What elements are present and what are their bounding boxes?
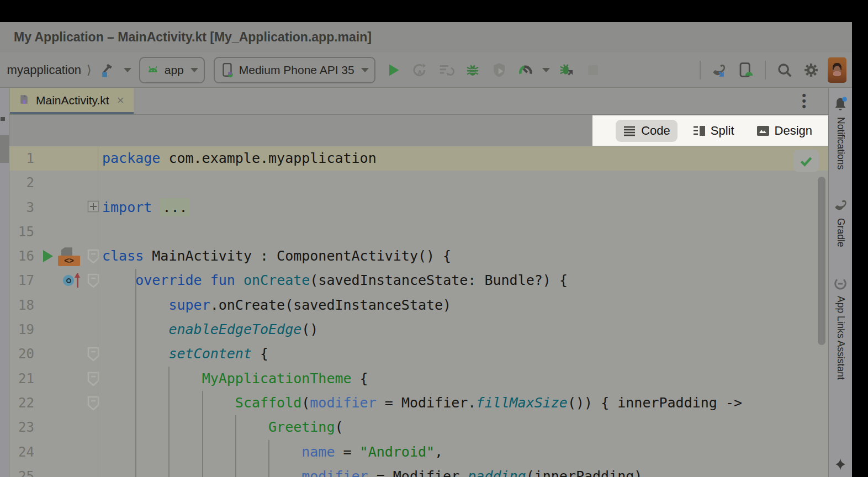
breadcrumb-chevron-icon: ⟩	[0, 63, 1, 77]
attach-debugger-icon[interactable]	[557, 61, 576, 80]
code-line-3[interactable]: 3import ...	[9, 195, 828, 220]
gutter: 1	[9, 146, 98, 171]
code-text[interactable]: super.onCreate(savedInstanceState)	[102, 293, 451, 317]
tool-stripe-selected[interactable]	[0, 135, 9, 163]
profile-app-icon[interactable]	[490, 61, 509, 80]
overriding-method-icon[interactable]	[63, 273, 87, 289]
tool-stripe-mark[interactable]	[1, 117, 5, 121]
indent-guide	[135, 269, 136, 477]
code-line-24[interactable]: 24 name = "Android",	[9, 440, 828, 464]
debug-bug-icon[interactable]	[463, 61, 482, 80]
editor-options-kebab-icon[interactable]: •••	[802, 93, 806, 109]
split-view-icon	[692, 125, 706, 136]
build-dropdown-caret-icon[interactable]	[124, 68, 131, 72]
sidebar-item-notifications[interactable]: Notifications	[832, 96, 849, 169]
tab-close-icon[interactable]: ×	[117, 93, 124, 108]
code-text[interactable]: Greeting(	[102, 415, 343, 439]
editor-scrollbar[interactable]	[818, 177, 825, 345]
view-mode-code-button[interactable]: Code	[616, 120, 678, 142]
code-line-1[interactable]: 1package com.example.myapplication	[9, 146, 828, 171]
device-select[interactable]: Medium Phone API 35	[214, 57, 375, 83]
code-line-19[interactable]: 19 enableEdgeToEdge()	[9, 317, 828, 342]
build-hammer-icon[interactable]	[98, 61, 117, 80]
gutter: 15	[9, 220, 98, 244]
gutter: 3	[9, 195, 98, 220]
sidebar-item-app-links[interactable]: App Links Assistant	[833, 276, 848, 380]
android-head-icon	[146, 63, 160, 77]
code-line-25[interactable]: 25 modifier = Modifier.padding(innerPadd…	[9, 464, 828, 477]
split-view-label: Split	[711, 124, 734, 138]
view-mode-design-button[interactable]: Design	[749, 120, 819, 142]
code-editor[interactable]: 1package com.example.myapplication23impo…	[9, 146, 828, 477]
code-line-18[interactable]: 18 super.onCreate(savedInstanceState)	[9, 293, 828, 317]
code-text[interactable]: override fun onCreate(savedInstanceState…	[102, 268, 568, 293]
code-text[interactable]: package com.example.myapplication	[102, 146, 377, 171]
toolbar-separator	[765, 61, 766, 80]
sidebar-label: App Links Assistant	[835, 296, 846, 380]
search-icon[interactable]	[775, 61, 794, 80]
gradle-sync-icon[interactable]	[710, 61, 729, 80]
phone-icon	[220, 62, 235, 78]
tab-mainactivity[interactable]: MainActivity.kt ×	[10, 88, 134, 114]
code-text[interactable]: Scaffold(modifier = Modifier.fillMaxSize…	[102, 391, 742, 415]
device-manager-icon[interactable]	[737, 61, 755, 80]
line-number: 25	[9, 464, 34, 477]
gutter: 23	[9, 415, 98, 439]
code-line-20[interactable]: 20 setContent {	[9, 342, 828, 366]
right-tool-stripe: Notifications Gradle App Links Assistant	[828, 88, 852, 477]
code-view-icon	[623, 125, 636, 136]
inspections-status-widget[interactable]	[793, 150, 819, 172]
run-configuration-label: app	[165, 63, 184, 77]
code-text[interactable]: name = "Android",	[102, 440, 443, 464]
line-number: 24	[9, 440, 34, 464]
view-mode-switcher: Code Split Design	[592, 115, 828, 146]
stop-button[interactable]	[584, 61, 602, 80]
gutter: 2	[9, 171, 98, 195]
line-number: 21	[9, 367, 34, 391]
code-line-22[interactable]: 22 Scaffold(modifier = Modifier.fillMaxS…	[9, 391, 828, 415]
code-line-17[interactable]: 17 override fun onCreate(savedInstanceSt…	[9, 268, 828, 293]
code-text[interactable]: modifier = Modifier.padding(innerPadding…	[102, 464, 642, 477]
run-configuration-select[interactable]: app	[139, 57, 205, 83]
view-mode-split-button[interactable]: Split	[685, 120, 742, 142]
run-config-caret-icon	[190, 68, 198, 72]
code-line-15[interactable]: 15	[9, 220, 828, 244]
indent-guide	[268, 440, 269, 477]
line-number: 18	[9, 293, 34, 317]
kotlin-file-icon	[17, 93, 30, 107]
apply-restart-activity-icon[interactable]: A	[410, 61, 429, 80]
code-text[interactable]: setContent {	[102, 342, 268, 366]
gutter: 24	[9, 440, 98, 464]
code-line-2[interactable]: 2	[9, 171, 828, 195]
apply-code-changes-icon[interactable]	[437, 61, 456, 80]
user-avatar[interactable]	[828, 57, 846, 83]
code-text[interactable]: class MainActivity : ComponentActivity()…	[102, 244, 451, 268]
line-number: 17	[9, 268, 34, 293]
code-line-23[interactable]: 23 Greeting(	[9, 415, 828, 439]
compose-preview-icon[interactable]: <>	[58, 247, 80, 266]
profiler-gauge-icon[interactable]	[516, 61, 535, 80]
code-text[interactable]: import ...	[102, 195, 190, 220]
line-number: 3	[9, 195, 34, 220]
line-number: 23	[9, 415, 34, 439]
code-text[interactable]: MyApplicationTheme {	[102, 367, 368, 391]
run-class-icon[interactable]	[43, 250, 53, 262]
breadcrumb[interactable]: myapplication	[7, 63, 82, 77]
profiler-caret-icon[interactable]	[542, 68, 550, 72]
indent-guide	[235, 415, 236, 477]
line-number: 15	[9, 220, 34, 244]
gutter: 19	[9, 317, 98, 342]
code-text[interactable]: enableEdgeToEdge()	[102, 317, 318, 342]
run-play-button[interactable]	[384, 61, 403, 80]
device-label: Medium Phone API 35	[239, 63, 354, 77]
code-line-16[interactable]: 16<>class MainActivity : ComponentActivi…	[9, 244, 828, 268]
title-bar: My Application – MainActivity.kt [My_App…	[0, 22, 852, 52]
sidebar-item-gradle[interactable]: Gradle	[832, 198, 849, 247]
left-tool-stripe	[0, 88, 9, 477]
app-links-icon	[833, 276, 848, 292]
settings-gear-icon[interactable]	[802, 61, 821, 80]
gradle-elephant-icon	[832, 198, 849, 214]
gutter: 20	[9, 342, 98, 366]
code-line-21[interactable]: 21 MyApplicationTheme {	[9, 367, 828, 391]
gemini-sparkle-icon[interactable]	[833, 457, 848, 471]
